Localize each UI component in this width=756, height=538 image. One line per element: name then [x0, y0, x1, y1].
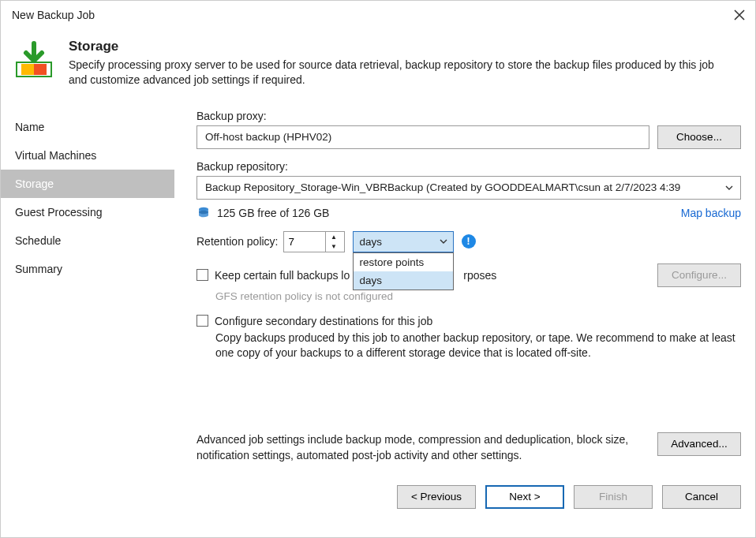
page-header: Storage Specify processing proxy server … [1, 29, 755, 102]
page-title: Storage [69, 39, 733, 54]
svg-point-5 [199, 211, 208, 214]
sidebar-item-schedule[interactable]: Schedule [1, 226, 174, 255]
main-panel: Backup proxy: Off-host backup (HPHV02) C… [174, 102, 755, 474]
stepper-up-icon[interactable]: ▲ [326, 232, 342, 242]
storage-icon [12, 39, 56, 88]
retention-count-input[interactable] [284, 232, 325, 252]
backup-repository-value: Backup Repository_Storage-Win_VBRBackup … [205, 181, 680, 193]
retention-unit-dropdown[interactable]: days restore points days [353, 231, 454, 252]
wizard-footer: < Previous Next > Finish Cancel [1, 474, 755, 520]
advanced-button[interactable]: Advanced... [657, 432, 741, 456]
backup-repository-dropdown[interactable]: Backup Repository_Storage-Win_VBRBackup … [196, 176, 741, 200]
secondary-destinations-checkbox[interactable] [196, 315, 208, 327]
map-backup-link[interactable]: Map backup [681, 207, 741, 219]
retention-unit-options: restore points days [353, 252, 454, 290]
chevron-down-icon [724, 183, 734, 192]
backup-proxy-field[interactable]: Off-host backup (HPHV02) [196, 125, 649, 149]
backup-proxy-label: Backup proxy: [196, 110, 741, 122]
sidebar-item-guest-processing[interactable]: Guest Processing [1, 198, 174, 226]
info-icon[interactable]: ! [462, 234, 476, 248]
finish-button: Finish [574, 485, 653, 509]
stepper-down-icon[interactable]: ▼ [326, 241, 342, 252]
advanced-description: Advanced job settings include backup mod… [196, 432, 646, 463]
sidebar-item-storage[interactable]: Storage [1, 170, 174, 198]
choose-button[interactable]: Choose... [657, 125, 741, 149]
close-icon[interactable] [733, 9, 746, 21]
retention-unit-value: days [360, 236, 383, 248]
keep-full-label-left: Keep certain full backups lo [215, 269, 350, 282]
sidebar-item-summary[interactable]: Summary [1, 255, 174, 283]
secondary-destinations-label: Configure secondary destinations for thi… [215, 315, 432, 327]
sidebar-item-name[interactable]: Name [1, 113, 174, 141]
database-icon [196, 206, 217, 220]
svg-rect-2 [21, 64, 34, 75]
free-space-label: 125 GB free of 126 GB [217, 207, 329, 219]
retention-option-restore-points[interactable]: restore points [354, 253, 453, 271]
cancel-button[interactable]: Cancel [662, 485, 741, 509]
retention-count-stepper[interactable]: ▲ ▼ [283, 231, 345, 252]
keep-full-label-right: rposes [463, 269, 496, 282]
next-button[interactable]: Next > [485, 485, 564, 509]
previous-button[interactable]: < Previous [397, 485, 476, 509]
retention-policy-label: Retention policy: [196, 235, 279, 248]
secondary-destinations-description: Copy backups produced by this job to ano… [215, 331, 741, 361]
title-bar: New Backup Job [1, 1, 755, 29]
window-title: New Backup Job [12, 9, 733, 21]
wizard-sidebar: Name Virtual Machines Storage Guest Proc… [1, 102, 174, 474]
keep-full-checkbox[interactable] [196, 269, 208, 281]
svg-rect-1 [34, 64, 47, 75]
chevron-down-icon [439, 237, 448, 246]
configure-button: Configure... [657, 263, 741, 287]
retention-option-days[interactable]: days [354, 271, 453, 290]
sidebar-item-virtual-machines[interactable]: Virtual Machines [1, 141, 174, 170]
gfs-note: GFS retention policy is not configured [215, 290, 741, 302]
page-description: Specify processing proxy server to be us… [69, 58, 733, 88]
backup-repository-label: Backup repository: [196, 160, 741, 173]
